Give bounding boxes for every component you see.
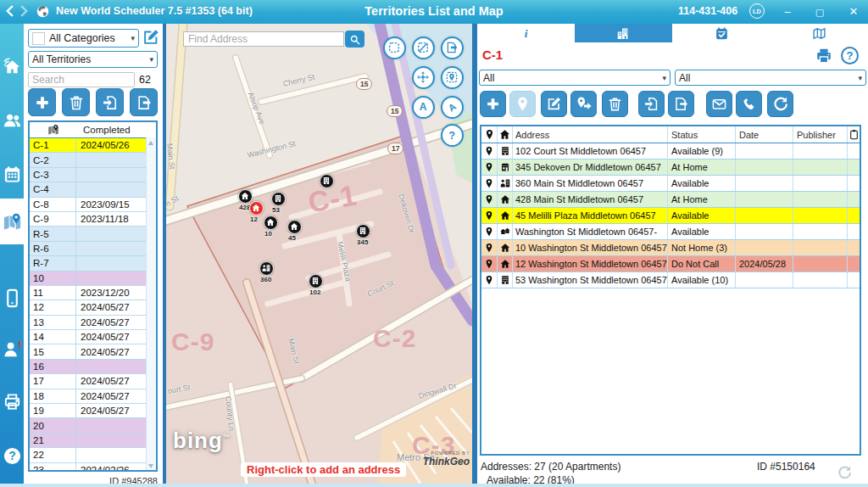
territory-row[interactable]: R-5 bbox=[30, 227, 156, 241]
address-row[interactable]: 53 Washington St Middletown 06457Availab… bbox=[481, 272, 860, 288]
sidebar-item-print[interactable] bbox=[0, 378, 24, 424]
address-row[interactable]: 345 Dekoven Dr Middletown 06457At Home bbox=[481, 160, 860, 176]
address-row[interactable]: 45 Melilli Plaza Middletown 06457Availab… bbox=[481, 208, 860, 224]
address-cell: 102 Court St Middletown 06457 bbox=[513, 143, 668, 159]
territory-row[interactable]: 112023/12/20 bbox=[30, 286, 156, 300]
export-selected-button[interactable] bbox=[441, 36, 464, 59]
type-cell bbox=[498, 240, 513, 255]
delete-address-button[interactable] bbox=[602, 91, 628, 117]
map-panel[interactable]: C-1C-9C-2C-3Cherry StAlsop AveWashington… bbox=[166, 24, 472, 484]
add-territory-button[interactable] bbox=[28, 88, 56, 116]
phone-addresses-button[interactable] bbox=[736, 91, 762, 117]
address-row[interactable]: 102 Court St Middletown 06457Available (… bbox=[481, 143, 860, 160]
sidebar-item-help[interactable]: ? bbox=[0, 433, 24, 479]
sidebar-item-publishers[interactable] bbox=[0, 97, 24, 143]
address-marker[interactable] bbox=[238, 189, 253, 204]
territory-row[interactable]: C-4 bbox=[30, 182, 156, 197]
address-row[interactable]: 12 Washington St Middletown 06457Do Not … bbox=[481, 256, 860, 272]
territory-row[interactable]: R-7 bbox=[30, 256, 156, 271]
territory-row[interactable]: C-92023/11/18 bbox=[30, 212, 156, 227]
territory-row[interactable]: C-82023/09/15 bbox=[30, 198, 156, 212]
address-marker[interactable] bbox=[271, 192, 286, 206]
label-normal-button[interactable]: A bbox=[412, 96, 435, 119]
status-column-header: Status bbox=[668, 126, 736, 143]
categories-dropdown[interactable]: All Categories ▾ bbox=[28, 29, 139, 48]
territory-row[interactable]: 192024/05/27 bbox=[30, 404, 156, 418]
chevron-down-icon: ▾ bbox=[662, 74, 666, 82]
move-address-button[interactable] bbox=[570, 91, 597, 117]
edit-address-button[interactable] bbox=[541, 91, 567, 117]
minimize-button[interactable]: – bbox=[773, 0, 802, 24]
address-marker[interactable] bbox=[264, 216, 278, 230]
territory-row[interactable]: 22 bbox=[30, 448, 156, 462]
territory-row[interactable]: 10 bbox=[30, 271, 156, 286]
address-row[interactable]: 428 Main St Middletown 06457At Home bbox=[481, 192, 860, 208]
print-button[interactable] bbox=[815, 47, 833, 65]
scroll-up-icon[interactable] bbox=[148, 141, 153, 145]
territory-row[interactable]: 152024/05/27 bbox=[30, 344, 156, 359]
territory-row[interactable]: 16 bbox=[30, 360, 156, 374]
user-badge[interactable]: LD bbox=[749, 3, 765, 19]
pin-address-button[interactable] bbox=[509, 91, 536, 117]
sidebar-item-home[interactable] bbox=[0, 42, 24, 88]
territory-row[interactable]: C-2 bbox=[30, 153, 156, 167]
export-addresses-button[interactable] bbox=[668, 91, 694, 117]
sidebar-item-mobile[interactable] bbox=[0, 275, 24, 321]
help-button[interactable]: ? bbox=[841, 47, 859, 64]
pan-map-button[interactable] bbox=[412, 66, 435, 89]
address-row[interactable]: 360 Main St Middletown 06457Available bbox=[481, 176, 860, 192]
tab-assignments[interactable] bbox=[673, 24, 771, 42]
tab-map[interactable] bbox=[771, 24, 868, 42]
territory-row[interactable]: R-6 bbox=[30, 242, 156, 256]
export-territories-button[interactable] bbox=[130, 88, 158, 116]
territory-row[interactable]: 21 bbox=[30, 434, 156, 448]
territory-row[interactable]: C-3 bbox=[30, 168, 156, 182]
select-addresses-button[interactable] bbox=[383, 36, 406, 59]
delete-territory-button[interactable] bbox=[62, 88, 90, 116]
map-help-button[interactable]: ? bbox=[441, 124, 464, 147]
scroll-down-icon[interactable] bbox=[148, 464, 153, 468]
territories-dropdown[interactable]: All Territories ▾ bbox=[28, 51, 158, 68]
territory-row[interactable]: 122024/05/27 bbox=[30, 300, 156, 315]
maximize-button[interactable]: ▢ bbox=[805, 0, 834, 24]
territory-row[interactable]: 132024/05/27 bbox=[30, 316, 156, 330]
tab-info[interactable]: i bbox=[477, 24, 575, 42]
label-rotated-button[interactable]: A bbox=[441, 96, 464, 119]
import-territories-button[interactable] bbox=[96, 88, 124, 116]
refresh-addresses-button[interactable] bbox=[767, 91, 793, 117]
refresh-icon[interactable] bbox=[837, 465, 852, 480]
territory-row[interactable]: 142024/05/27 bbox=[30, 330, 156, 344]
address-marker[interactable] bbox=[287, 220, 302, 234]
territory-row[interactable]: 20 bbox=[30, 418, 156, 433]
search-input[interactable] bbox=[28, 72, 135, 87]
filter-dropdown-left[interactable]: All ▾ bbox=[479, 70, 670, 86]
address-marker[interactable] bbox=[356, 224, 370, 238]
find-address-input[interactable] bbox=[183, 31, 344, 47]
add-address-button[interactable] bbox=[480, 91, 506, 117]
import-addresses-button[interactable] bbox=[638, 91, 665, 117]
territory-row[interactable]: 182024/05/27 bbox=[30, 389, 156, 404]
close-button[interactable]: ✕ bbox=[839, 0, 868, 24]
sidebar-item-schedule[interactable] bbox=[0, 151, 24, 197]
address-row[interactable]: 10 Washington St Middletown 06457Not Hom… bbox=[481, 240, 860, 256]
territory-row[interactable]: 232024/02/26 bbox=[30, 463, 156, 472]
find-address-button[interactable] bbox=[345, 31, 364, 48]
center-territory-button[interactable] bbox=[441, 66, 464, 89]
mail-icon bbox=[711, 96, 727, 112]
mail-addresses-button[interactable] bbox=[706, 91, 732, 117]
address-marker[interactable] bbox=[249, 201, 264, 216]
address-row[interactable]: Washington St Middletown 06457-Available bbox=[481, 224, 860, 240]
address-marker[interactable] bbox=[309, 274, 323, 288]
address-marker[interactable] bbox=[259, 261, 274, 276]
territory-row[interactable]: 172024/05/27 bbox=[30, 374, 156, 389]
territories-scrollbar[interactable] bbox=[146, 137, 156, 472]
territory-row[interactable]: C-12024/05/26 bbox=[30, 138, 156, 153]
map-canvas[interactable] bbox=[166, 24, 472, 484]
address-marker[interactable] bbox=[320, 174, 334, 188]
sidebar-item-publisher-alert[interactable]: ! bbox=[0, 326, 24, 372]
edit-categories-button[interactable] bbox=[142, 28, 160, 47]
clear-selection-button[interactable] bbox=[412, 36, 435, 59]
filter-dropdown-right[interactable]: All ▾ bbox=[675, 70, 866, 86]
tab-addresses[interactable] bbox=[575, 24, 672, 42]
sidebar-item-territories[interactable] bbox=[0, 199, 24, 244]
